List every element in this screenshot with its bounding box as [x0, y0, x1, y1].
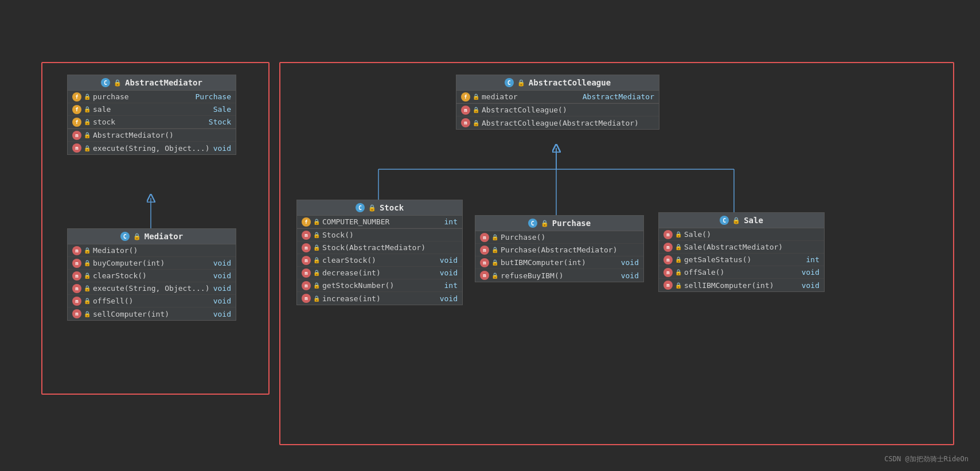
getstocknumber-type: int: [444, 281, 458, 290]
offsale-type: void: [802, 268, 819, 277]
ac-lock1: 🔒: [473, 94, 479, 100]
field-purchase-lock: 🔒: [84, 94, 91, 100]
getsalestatus-name: getSaleStatus(): [684, 255, 804, 264]
method-execute2: m 🔒 execute(String, Object...) void: [68, 282, 236, 295]
method-purchase-ctor1: m 🔒 Purchase(): [475, 231, 643, 244]
field-computer-number-name: COMPUTER_NUMBER: [322, 217, 438, 226]
stock-type-icon: C: [356, 203, 365, 212]
stock-ctor1-name: Stock(): [322, 231, 458, 239]
field-mediator-name: mediator: [482, 92, 576, 101]
class-stock: C 🔒 Stock f 🔒 COMPUTER_NUMBER int m 🔒 St…: [296, 200, 463, 305]
refusebuyibm-name: refuseBuyIBM(): [501, 271, 619, 280]
method-execute2-name: execute(String, Object...): [93, 284, 211, 293]
ac-mlock2: 🔒: [473, 120, 479, 126]
mediator-m2: m: [72, 259, 81, 268]
purchase-m1: m: [480, 233, 489, 242]
purchase-mlock4: 🔒: [491, 273, 498, 279]
method-abstractmediator-ctor-name: AbstractMediator(): [93, 131, 231, 139]
method-stock-ctor2: m 🔒 Stock(AbstractMediator): [297, 242, 462, 254]
offsale-name: offSale(): [684, 268, 799, 277]
purchase-name: Purchase: [552, 219, 591, 228]
stock-header: C 🔒 Stock: [297, 200, 462, 216]
method-lock-red: 🔒: [84, 145, 91, 151]
method-refusebuyibm: m 🔒 refuseBuyIBM() void: [475, 269, 643, 282]
sale-lock: 🔒: [732, 217, 740, 224]
method-offsell-name: offSell(): [93, 297, 211, 305]
method-getstocknumber: m 🔒 getStockNumber() int: [297, 279, 462, 292]
stock-mlock4: 🔒: [313, 270, 320, 276]
stock-mlock2: 🔒: [313, 244, 320, 251]
method-clearstock: m 🔒 clearStock() void: [68, 270, 236, 282]
abstractmediator-type-icon: C: [101, 78, 110, 87]
method-clearstock2: m 🔒 clearStock() void: [297, 254, 462, 267]
mediator-lock5: 🔒: [84, 298, 91, 304]
mediator-name: Mediator: [145, 232, 183, 241]
purchase-mlock1: 🔒: [491, 234, 498, 240]
purchase-ctor1-name: Purchase(): [501, 233, 639, 242]
method-sellcomputer-type: void: [213, 310, 231, 318]
field-f-icon2: f: [72, 105, 81, 114]
ac-mlock1: 🔒: [473, 107, 479, 113]
method-ac-ctor1: m 🔒 AbstractColleague(): [456, 104, 659, 116]
stock-m4: m: [302, 268, 311, 278]
mediator-ctor-name: Mediator(): [93, 246, 231, 255]
class-purchase: C 🔒 Purchase m 🔒 Purchase() m 🔒 Purchase…: [475, 215, 644, 282]
stock-lock1: 🔒: [313, 219, 320, 225]
method-stock-ctor1: m 🔒 Stock(): [297, 229, 462, 242]
decrease-type: void: [440, 268, 458, 277]
sellibmcomputer-type: void: [802, 281, 819, 290]
ac-f1: f: [461, 92, 470, 102]
method-clearstock-name: clearStock(): [93, 271, 211, 280]
method-buycomputer-type: void: [213, 259, 231, 267]
abstractmediator-name: AbstractMediator: [125, 78, 202, 87]
abstractcolleague-lock: 🔒: [517, 79, 525, 87]
mediator-m5: m: [72, 297, 81, 306]
sale-m2: m: [663, 243, 673, 252]
method-execute: m 🔒 execute(String, Object...) void: [68, 142, 236, 154]
sale-mlock1: 🔒: [675, 231, 682, 238]
mediator-lock1: 🔒: [84, 247, 91, 254]
ac-m1: m: [461, 106, 470, 115]
sale-mlock5: 🔒: [675, 282, 682, 289]
sale-header: C 🔒 Sale: [659, 213, 824, 228]
purchase-lock: 🔒: [541, 220, 549, 227]
class-abstractcolleague: C 🔒 AbstractColleague f 🔒 mediator Abstr…: [456, 75, 659, 130]
method-purchase-ctor2: m 🔒 Purchase(AbstractMediator): [475, 244, 643, 256]
stock-m1: m: [302, 231, 311, 240]
method-ac-ctor2: m 🔒 AbstractColleague(AbstractMediator): [456, 116, 659, 129]
ac-ctor1-name: AbstractColleague(): [482, 106, 654, 114]
stock-m6: m: [302, 294, 311, 303]
mediator-lock6: 🔒: [84, 311, 91, 317]
abstractmediator-header: C 🔒 AbstractMediator: [68, 75, 236, 91]
butibmcomputer-type: void: [621, 258, 639, 267]
field-stock-type: Stock: [204, 118, 231, 126]
mediator-lock2: 🔒: [84, 260, 91, 266]
field-computer-number: f 🔒 COMPUTER_NUMBER int: [297, 216, 462, 228]
method-execute-type: void: [213, 144, 231, 153]
purchase-mlock2: 🔒: [491, 247, 498, 253]
method-getsalestatus: m 🔒 getSaleStatus() int: [659, 254, 824, 266]
field-purchase-name: purchase: [93, 92, 188, 101]
field-f-icon3: f: [72, 118, 81, 127]
method-m-icon: m: [72, 131, 81, 140]
method-decrease: m 🔒 decrease(int) void: [297, 267, 462, 279]
purchase-m2: m: [480, 246, 489, 255]
method-buycomputer-name: buyComputer(int): [93, 259, 211, 267]
method-execute-name: execute(String, Object...): [93, 144, 211, 153]
increase-name: increase(int): [322, 294, 438, 303]
sale-m3: m: [663, 255, 673, 264]
sale-name: Sale: [744, 216, 763, 225]
stock-m3: m: [302, 256, 311, 265]
stock-name: Stock: [380, 203, 404, 212]
method-offsell-type: void: [213, 297, 231, 305]
field-computer-number-type: int: [440, 217, 458, 226]
stock-mlock3: 🔒: [313, 257, 320, 263]
sale-mlock3: 🔒: [675, 256, 682, 263]
stock-mlock1: 🔒: [313, 232, 320, 238]
method-sellcomputer: m 🔒 sellComputer(int) void: [68, 307, 236, 320]
field-mediator: f 🔒 mediator AbstractMediator: [456, 91, 659, 103]
sale-m1: m: [663, 230, 673, 239]
field-sale-lock: 🔒: [84, 106, 91, 112]
increase-type: void: [440, 294, 458, 303]
mediator-m1: m: [72, 246, 81, 255]
